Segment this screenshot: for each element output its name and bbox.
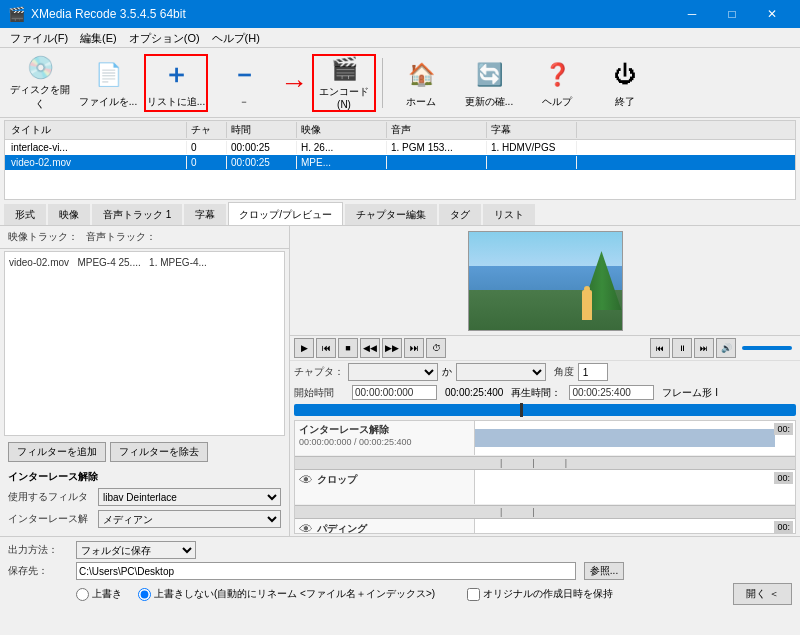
browse-button[interactable]: 参照... — [584, 562, 624, 580]
play-time-value: 00:00:25:400 — [569, 385, 654, 400]
track-info: 映像トラック： 音声トラック： — [0, 226, 289, 249]
tab-audio[interactable]: 音声トラック 1 — [92, 204, 182, 225]
effect-row-2: 👁 パディング 00: — [295, 519, 795, 534]
preview-area — [290, 226, 800, 336]
tab-format[interactable]: 形式 — [4, 204, 46, 225]
filter-title: インターレース解除 — [8, 470, 281, 484]
col-audio: 音声 — [387, 122, 487, 138]
ka-label: か — [442, 365, 452, 379]
tab-chapter[interactable]: チャプター編集 — [345, 204, 437, 225]
exit-icon: ⏻ — [607, 57, 643, 93]
tab-video[interactable]: 映像 — [48, 204, 90, 225]
menu-bar: ファイル(F) 編集(E) オプション(O) ヘルプ(H) — [0, 28, 800, 48]
open-disk-button[interactable]: 💿 ディスクを開く — [8, 54, 72, 112]
progress-thumb — [520, 403, 523, 417]
col-subtitle: 字幕 — [487, 122, 577, 138]
effect-bar-1: 00: — [475, 470, 795, 504]
maximize-button[interactable]: □ — [712, 4, 752, 24]
col-title: タイトル — [7, 122, 187, 138]
effect-row-1: 👁 クロップ 00: — [295, 470, 795, 505]
output-row: 出力方法： フォルダに保存 — [8, 541, 792, 559]
output-select[interactable]: フォルダに保存 — [76, 541, 196, 559]
open-file-button[interactable]: 📄 ファイルを... — [76, 54, 140, 112]
update-button[interactable]: 🔄 更新の確... — [457, 54, 521, 112]
filter-label-1: インターレース解 — [8, 512, 98, 526]
save-path-input[interactable] — [76, 562, 576, 580]
encode-icon: 🎬 — [326, 56, 362, 83]
row1-video: MPE... — [297, 156, 387, 169]
filter-select-0[interactable]: libav Deinterlace — [98, 488, 281, 506]
in-button[interactable]: ⏮ — [650, 338, 670, 358]
tab-tag[interactable]: タグ — [439, 204, 481, 225]
forward-button[interactable]: ▶▶ — [382, 338, 402, 358]
table-row[interactable]: interlace-vi... 0 00:00:25 H. 26... 1. P… — [5, 140, 795, 155]
effect-label-2: 👁 パディング — [295, 519, 475, 534]
chapter-select[interactable] — [348, 363, 438, 381]
row1-subtitle — [487, 156, 577, 169]
close-button[interactable]: ✕ — [752, 4, 792, 24]
menu-help[interactable]: ヘルプ(H) — [206, 30, 266, 45]
open-button[interactable]: 開く ＜ — [733, 583, 792, 605]
audio-track-label: 音声トラック： — [86, 230, 156, 244]
vol-button[interactable]: 🔊 — [716, 338, 736, 358]
remove-button[interactable]: － － — [212, 54, 276, 112]
row0-video: H. 26... — [297, 141, 387, 154]
table-row[interactable]: video-02.mov 0 00:00:25 MPE... — [5, 155, 795, 170]
play-button[interactable]: ▶ — [294, 338, 314, 358]
out-button[interactable]: ⏸ — [672, 338, 692, 358]
col-time: 時間 — [227, 122, 297, 138]
bottom-bar: 出力方法： フォルダに保存 保存先： 参照... 上書き 上書きしない(自動的に… — [0, 536, 800, 609]
menu-edit[interactable]: 編集(E) — [74, 30, 123, 45]
next-button[interactable]: ⏭ — [404, 338, 424, 358]
tab-subtitle[interactable]: 字幕 — [184, 204, 226, 225]
checkbox-original-date[interactable]: オリジナルの作成日時を保持 — [467, 587, 613, 601]
rewind-button[interactable]: ◀◀ — [360, 338, 380, 358]
exit-button[interactable]: ⏻ 終了 — [593, 54, 657, 112]
minimize-button[interactable]: ─ — [672, 4, 712, 24]
filter-select-1[interactable]: メディアン — [98, 510, 281, 528]
radio-overwrite-input[interactable] — [76, 588, 89, 601]
filter-label-0: 使用するフィルタ — [8, 490, 98, 504]
ruler-2: | | — [295, 505, 795, 519]
video-track-label: 映像トラック： — [8, 230, 78, 244]
help-button[interactable]: ❓ ヘルプ — [525, 54, 589, 112]
stop-button[interactable]: ■ — [338, 338, 358, 358]
volume-slider[interactable] — [742, 346, 792, 350]
radio-rename-input[interactable] — [138, 588, 151, 601]
radio-overwrite[interactable]: 上書き — [76, 587, 122, 601]
chapter-select-2[interactable] — [456, 363, 546, 381]
home-icon: 🏠 — [403, 57, 439, 93]
menu-option[interactable]: オプション(O) — [123, 30, 206, 45]
title-bar: 🎬 XMedia Recode 3.5.4.5 64bit ─ □ ✕ — [0, 0, 800, 28]
effects-timeline: インターレース解除 00:00:00:000 / 00:00:25:400 00… — [294, 420, 796, 534]
add-filter-button[interactable]: フィルターを追加 — [8, 442, 106, 462]
effect-bar-2: 00: — [475, 519, 795, 534]
chapter-row: チャプタ： か 角度 — [290, 361, 800, 383]
prev-button[interactable]: ⏮ — [316, 338, 336, 358]
minus-icon: － — [226, 57, 262, 93]
tab-crop-preview[interactable]: クロップ/プレビュー — [228, 202, 343, 225]
row0-title: interlace-vi... — [7, 141, 187, 154]
filter-buttons: フィルターを追加 フィルターを除去 — [0, 438, 289, 466]
checkbox-original-date-input[interactable] — [467, 588, 480, 601]
home-button[interactable]: 🏠 ホーム — [389, 54, 453, 112]
add-list-button[interactable]: ＋ リストに追... — [144, 54, 208, 112]
play-time-label: 再生時間： — [511, 386, 561, 400]
left-panel: 映像トラック： 音声トラック： video-02.mov MPEG-4 25..… — [0, 226, 290, 536]
progress-track[interactable] — [294, 404, 796, 416]
radio-rename[interactable]: 上書きしない(自動的にリネーム <ファイル名＋インデックス>) — [138, 587, 435, 601]
ruler-1: | | | — [295, 456, 795, 470]
mark-button[interactable]: ⏭ — [694, 338, 714, 358]
col-video: 映像 — [297, 122, 387, 138]
timer-button[interactable]: ⏱ — [426, 338, 446, 358]
app-icon: 🎬 — [8, 6, 25, 22]
tab-list[interactable]: リスト — [483, 204, 535, 225]
effect-bar-0: 00: — [475, 421, 795, 455]
remove-filter-button[interactable]: フィルターを除去 — [110, 442, 208, 462]
encode-button[interactable]: 🎬 エンコード(N) — [312, 54, 376, 112]
eye-icon-2: 👁 — [299, 521, 313, 534]
menu-file[interactable]: ファイル(F) — [4, 30, 74, 45]
time-row: 開始時間 00:00:00:000 00:00:25:400 再生時間： 00:… — [290, 383, 800, 402]
progress-bar-area[interactable] — [290, 402, 800, 418]
angle-input[interactable] — [578, 363, 608, 381]
